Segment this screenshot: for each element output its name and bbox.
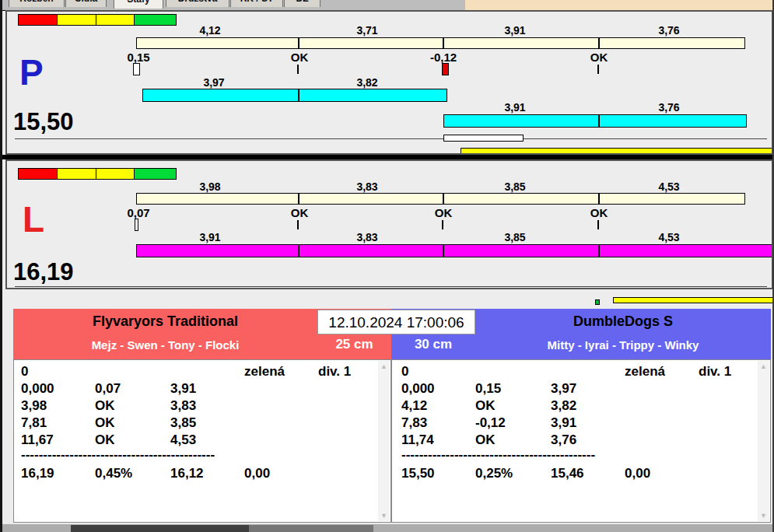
bar-divider bbox=[298, 245, 299, 257]
bar-divider bbox=[598, 194, 600, 204]
bar-divider bbox=[443, 38, 444, 48]
tab-rozbeh[interactable]: Rozbeh bbox=[9, 0, 65, 7]
scroll-down-icon[interactable]: ▼ bbox=[758, 510, 769, 521]
split-label: 3,71 bbox=[328, 24, 406, 37]
titlebar-remnant bbox=[465, 0, 772, 10]
run-label: 4,53 bbox=[630, 231, 708, 243]
ok-tick bbox=[597, 220, 599, 229]
table-cell: 3,82 bbox=[551, 398, 576, 414]
split-label: 3,76 bbox=[630, 24, 708, 37]
split-label: 4,12 bbox=[171, 24, 249, 37]
statusbar-segment-dark bbox=[71, 525, 249, 532]
table-cell: 3,91 bbox=[170, 381, 196, 397]
tab-dz[interactable]: DZ bbox=[284, 0, 320, 7]
table-cell: OK bbox=[475, 398, 496, 414]
jump-height-left: 25 cm bbox=[317, 337, 391, 352]
run-label: 3,91 bbox=[171, 231, 249, 243]
scrollbar[interactable]: ▲ ▼ bbox=[758, 361, 769, 521]
run-label: 3,76 bbox=[630, 101, 708, 114]
tab-label: RK / ST bbox=[240, 0, 274, 4]
timeline-baseline bbox=[15, 138, 767, 139]
changeover-label: OK bbox=[405, 206, 482, 219]
split-label: 3,83 bbox=[328, 180, 406, 193]
table-cell: 11,67 bbox=[21, 432, 54, 448]
run-bar-1 bbox=[142, 89, 447, 102]
split-label: 3,98 bbox=[171, 180, 249, 193]
tab-druzstva[interactable]: Družstvá bbox=[166, 0, 229, 7]
tab-bar: Rozbeh Cidla Štafy Družstvá RK / ST DZ bbox=[2, 0, 772, 11]
timeline-segment bbox=[443, 135, 524, 142]
changeover-label: 0,07 bbox=[100, 206, 177, 219]
bar-divider bbox=[298, 194, 299, 204]
tab-stafy[interactable]: Štafy bbox=[114, 0, 163, 9]
division-label: div. 1 bbox=[318, 364, 351, 380]
scoreboard: Flyvaryors Traditional Mejz - Swen - Ton… bbox=[2, 309, 774, 523]
changeover-label: OK bbox=[560, 51, 638, 64]
ok-tick bbox=[297, 65, 299, 74]
table-cell: -0,12 bbox=[475, 415, 506, 431]
light-yellow-1 bbox=[58, 15, 96, 25]
total-pct: 0,45% bbox=[95, 466, 132, 481]
start-marker bbox=[135, 219, 138, 231]
run-label: 3,97 bbox=[175, 76, 253, 89]
scroll-up-icon[interactable]: ▲ bbox=[758, 361, 769, 372]
bar-divider bbox=[443, 245, 444, 257]
bar-divider bbox=[598, 38, 600, 48]
table-cell: 3,98 bbox=[21, 398, 47, 414]
bar-divider bbox=[298, 89, 299, 101]
changeover-label: OK bbox=[560, 206, 638, 219]
status-color-label: zelená bbox=[625, 364, 665, 380]
run-bar-full bbox=[136, 244, 772, 257]
total-time: 15,50 bbox=[401, 466, 435, 481]
table-cell: 0 bbox=[401, 364, 408, 380]
green-marker bbox=[595, 299, 600, 305]
start-marker bbox=[133, 63, 140, 75]
status-light-strip bbox=[18, 14, 177, 26]
light-red bbox=[19, 15, 58, 25]
status-light-strip bbox=[18, 168, 177, 180]
light-yellow-2 bbox=[96, 169, 135, 179]
datetime-display: 12.10.2024 17:00:06 bbox=[317, 310, 475, 334]
statusbar-segment-mid bbox=[249, 525, 373, 532]
bar-divider bbox=[443, 194, 444, 204]
results-table-left[interactable]: 0 zelená div. 1 0,000 0,07 3,91 3,98 OK … bbox=[13, 359, 391, 523]
table-cell: 7,83 bbox=[401, 415, 427, 431]
totals-separator: ----------------------------------------… bbox=[21, 447, 215, 463]
split-track-bar bbox=[136, 193, 745, 205]
team-name: DumbleDogs S bbox=[475, 313, 771, 330]
table-cell: 0,000 bbox=[21, 381, 54, 397]
run-label: 3,83 bbox=[328, 231, 406, 243]
tab-label: Rozbeh bbox=[19, 0, 53, 4]
changeover-label: -0,12 bbox=[405, 51, 482, 64]
results-table-right[interactable]: 0 zelená div. 1 0,000 0,15 3,97 4,12 OK … bbox=[391, 359, 771, 523]
ok-tick bbox=[442, 220, 443, 229]
table-cell: 4,53 bbox=[170, 432, 196, 448]
bar-divider bbox=[598, 245, 600, 257]
team-dogs: Mitty - Iyrai - Trippy - Winky bbox=[475, 338, 771, 352]
scrollbar[interactable]: ▲ ▼ bbox=[378, 361, 390, 521]
progress-bar-yellow bbox=[613, 297, 773, 303]
split-label: 4,53 bbox=[630, 180, 708, 193]
run-label: 3,85 bbox=[476, 231, 554, 243]
tab-rk-st[interactable]: RK / ST bbox=[230, 0, 283, 7]
tab-label: DZ bbox=[296, 0, 309, 4]
total-adjusted: 16,12 bbox=[170, 466, 204, 481]
table-cell: 0,000 bbox=[401, 381, 435, 397]
timeline-baseline bbox=[15, 286, 767, 287]
light-green bbox=[135, 169, 176, 179]
progress-bar-yellow bbox=[461, 148, 773, 154]
table-cell: OK bbox=[95, 432, 115, 448]
table-cell: OK bbox=[95, 398, 115, 414]
table-cell: 7,81 bbox=[21, 415, 47, 431]
table-cell: 3,83 bbox=[170, 398, 196, 414]
lane-letter: L bbox=[23, 201, 44, 237]
gap-strip bbox=[5, 289, 773, 309]
light-yellow-1 bbox=[58, 169, 96, 179]
table-cell: 3,85 bbox=[170, 415, 196, 431]
scroll-up-icon[interactable]: ▲ bbox=[378, 361, 390, 372]
lane-panel-l: 3,98 3,83 3,85 4,53 0,07 OK OK OK 3,91 3… bbox=[5, 159, 773, 289]
tab-cidla[interactable]: Cidla bbox=[65, 0, 107, 7]
ok-tick bbox=[297, 220, 299, 229]
scroll-down-icon[interactable]: ▼ bbox=[378, 510, 390, 521]
light-yellow-2 bbox=[96, 15, 135, 25]
